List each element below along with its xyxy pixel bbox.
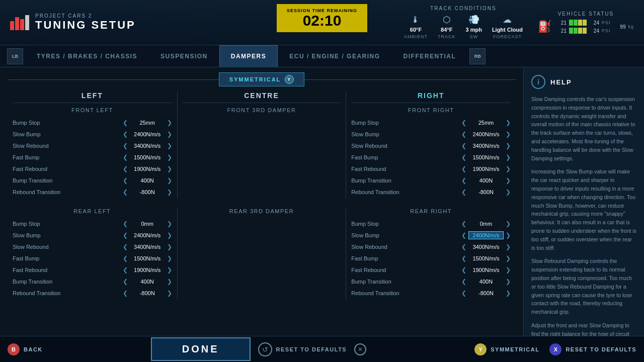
rr-rebound-transition-control[interactable]: ❮ -800N ❯	[461, 290, 511, 297]
fl-fast-rebound-right-arrow[interactable]: ❯	[167, 165, 172, 172]
fr-fast-bump-right-arrow[interactable]: ❯	[506, 154, 511, 161]
fr-bump-transition-left-arrow[interactable]: ❮	[461, 177, 466, 184]
reset-to-defaults-button[interactable]: ↺ RESET TO DEFAULTS	[258, 342, 347, 356]
rl-fast-rebound-left-arrow[interactable]: ❮	[123, 266, 128, 274]
rr-bump-transition-left-arrow[interactable]: ❮	[461, 278, 466, 285]
fr-bump-transition-right-arrow[interactable]: ❯	[506, 177, 511, 184]
rr-slow-bump-right-arrow[interactable]: ❯	[506, 232, 511, 239]
fr-bump-transition-control[interactable]: ❮ 400N ❯	[461, 177, 511, 184]
rr-bump-stop-right-arrow[interactable]: ❯	[506, 220, 511, 227]
fr-fast-bump-left-arrow[interactable]: ❮	[461, 154, 466, 161]
rr-rebound-transition-right-arrow[interactable]: ❯	[506, 290, 511, 297]
fl-fast-bump-left-arrow[interactable]: ❮	[123, 154, 128, 161]
rr-fast-bump-control[interactable]: ❮ 1500N/m/s ❯	[461, 255, 511, 262]
fl-bump-transition-right-arrow[interactable]: ❯	[167, 177, 172, 184]
rr-slow-rebound-left-arrow[interactable]: ❮	[461, 243, 466, 250]
rr-slow-rebound-control[interactable]: ❮ 3400N/m/s ❯	[461, 243, 511, 250]
reset-footer-button[interactable]: X RESET TO DEFAULTS	[549, 343, 636, 355]
fl-bump-stop-right-arrow[interactable]: ❯	[167, 119, 172, 126]
fl-slow-rebound-control[interactable]: ❮ 3400N/m/s ❯	[123, 142, 172, 149]
rr-slow-bump-control[interactable]: ❮ 2400N/m/s ❯	[461, 231, 511, 239]
symmetrical-y-btn[interactable]: Y	[285, 75, 294, 84]
rr-bump-transition-control[interactable]: ❮ 400N ❯	[461, 278, 511, 285]
rr-rebound-transition-left-arrow[interactable]: ❮	[461, 290, 466, 297]
rl-rebound-transition-control[interactable]: ❮ -800N ❯	[123, 290, 172, 297]
rl-slow-rebound-control[interactable]: ❮ 3400N/m/s ❯	[123, 243, 172, 250]
fl-bump-transition-control[interactable]: ❮ 400N ❯	[123, 177, 172, 184]
fl-rebound-transition-right-arrow[interactable]: ❯	[167, 189, 172, 196]
fr-slow-bump-control[interactable]: ❮ 2400N/m/s ❯	[461, 131, 511, 138]
rl-slow-bump-right-arrow[interactable]: ❯	[167, 232, 172, 239]
fl-slow-rebound-right-arrow[interactable]: ❯	[167, 142, 172, 149]
tab-ecu-engine-gearing[interactable]: ECU / ENGINE / GEARING	[278, 45, 391, 67]
rr-fast-rebound-left-arrow[interactable]: ❮	[461, 266, 466, 274]
rl-slow-rebound-left-arrow[interactable]: ❮	[123, 243, 128, 250]
rl-rebound-transition-right-arrow[interactable]: ❯	[167, 290, 172, 297]
rl-bump-transition-left-arrow[interactable]: ❮	[123, 278, 128, 285]
fl-bump-stop-left-arrow[interactable]: ❮	[123, 119, 128, 126]
tab-suspension[interactable]: SUSPENSION	[149, 45, 219, 67]
fl-fast-rebound-control[interactable]: ❮ 1900N/m/s ❯	[123, 165, 172, 172]
rl-bump-transition-right-arrow[interactable]: ❯	[167, 278, 172, 285]
rl-bump-transition-control[interactable]: ❮ 400N ❯	[123, 278, 172, 285]
tab-dampers[interactable]: DAMPERS	[219, 45, 278, 67]
fr-fast-bump-control[interactable]: ❮ 1500N/m/s ❯	[461, 154, 511, 161]
rr-fast-rebound-right-arrow[interactable]: ❯	[506, 266, 511, 274]
fl-fast-rebound-left-arrow[interactable]: ❮	[123, 165, 128, 172]
rl-fast-rebound-control[interactable]: ❮ 1900N/m/s ❯	[123, 266, 172, 274]
fr-bump-stop-control[interactable]: ❮ 25mm ❯	[461, 119, 511, 126]
rl-fast-rebound-right-arrow[interactable]: ❯	[167, 266, 172, 274]
fr-fast-rebound-right-arrow[interactable]: ❯	[506, 165, 511, 172]
rr-bump-stop-left-arrow[interactable]: ❮	[461, 220, 466, 227]
fl-slow-bump-control[interactable]: ❮ 2400N/m/s ❯	[123, 131, 172, 138]
fl-rebound-transition-left-arrow[interactable]: ❮	[123, 189, 128, 196]
rr-bump-transition-right-arrow[interactable]: ❯	[506, 278, 511, 285]
fr-slow-rebound-left-arrow[interactable]: ❮	[461, 142, 466, 149]
tab-differential[interactable]: DIFFERENTIAL	[392, 45, 468, 67]
rr-fast-bump-left-arrow[interactable]: ❮	[461, 255, 466, 262]
close-button[interactable]: ✕	[354, 343, 366, 355]
fl-bump-transition-left-arrow[interactable]: ❮	[123, 177, 128, 184]
rr-slow-bump-left-arrow[interactable]: ❮	[461, 232, 466, 239]
fl-slow-bump-left-arrow[interactable]: ❮	[123, 131, 128, 138]
symmetrical-footer-button[interactable]: Y SYMMETRICAL	[474, 343, 539, 355]
fl-slow-bump-right-arrow[interactable]: ❯	[167, 131, 172, 138]
rr-bump-stop-control[interactable]: ❮ 0mm ❯	[461, 220, 511, 227]
rl-slow-rebound-right-arrow[interactable]: ❯	[167, 243, 172, 250]
rl-slow-bump-control[interactable]: ❮ 2400N/m/s ❯	[123, 232, 172, 239]
tab-tyres-brakes-chassis[interactable]: TYRES / BRAKES / CHASSIS	[25, 45, 149, 67]
fl-rebound-transition-control[interactable]: ❮ -800N ❯	[123, 189, 172, 196]
fr-bump-stop-left-arrow[interactable]: ❮	[461, 119, 466, 126]
lb-button[interactable]: LB	[7, 48, 23, 64]
fl-fast-bump-control[interactable]: ❮ 1500N/m/s ❯	[123, 154, 172, 161]
rl-slow-bump-left-arrow[interactable]: ❮	[123, 232, 128, 239]
fl-bump-stop-control[interactable]: ❮ 25mm ❯	[123, 119, 172, 126]
rl-rebound-transition-left-arrow[interactable]: ❮	[123, 290, 128, 297]
fr-bump-stop-right-arrow[interactable]: ❯	[506, 119, 511, 126]
fr-slow-rebound-right-arrow[interactable]: ❯	[506, 142, 511, 149]
fr-rebound-transition-left-arrow[interactable]: ❮	[461, 189, 466, 196]
rl-bump-stop-right-arrow[interactable]: ❯	[167, 220, 172, 227]
wind-value: 3 mph	[465, 27, 481, 33]
rb-button[interactable]: RB	[469, 48, 486, 64]
fl-slow-rebound-left-arrow[interactable]: ❮	[123, 142, 128, 149]
fr-fast-rebound-left-arrow[interactable]: ❮	[461, 165, 466, 172]
fr-rebound-transition-control[interactable]: ❮ -800N ❯	[461, 189, 511, 196]
rl-fast-bump-control[interactable]: ❮ 1500N/m/s ❯	[123, 255, 172, 262]
fr-fast-rebound-control[interactable]: ❮ 1900N/m/s ❯	[461, 165, 511, 172]
done-button[interactable]: DONE	[151, 337, 251, 361]
rr-slow-rebound-right-arrow[interactable]: ❯	[506, 243, 511, 250]
rl-bump-stop-left-arrow[interactable]: ❮	[123, 220, 128, 227]
fl-fast-bump-right-arrow[interactable]: ❯	[167, 154, 172, 161]
fr-slow-bump-right-arrow[interactable]: ❯	[506, 131, 511, 138]
symmetrical-badge[interactable]: SYMMETRICAL Y	[219, 72, 305, 86]
rr-fast-rebound-control[interactable]: ❮ 1900N/m/s ❯	[461, 266, 511, 274]
rl-fast-bump-left-arrow[interactable]: ❮	[123, 255, 128, 262]
rl-fast-bump-right-arrow[interactable]: ❯	[167, 255, 172, 262]
rr-fast-bump-right-arrow[interactable]: ❯	[506, 255, 511, 262]
fr-rebound-transition-right-arrow[interactable]: ❯	[506, 189, 511, 196]
back-button[interactable]: B BACK	[8, 343, 43, 355]
rl-bump-stop-control[interactable]: ❮ 0mm ❯	[123, 220, 172, 227]
fr-slow-bump-left-arrow[interactable]: ❮	[461, 131, 466, 138]
fr-slow-rebound-control[interactable]: ❮ 3400N/m/s ❯	[461, 142, 511, 149]
